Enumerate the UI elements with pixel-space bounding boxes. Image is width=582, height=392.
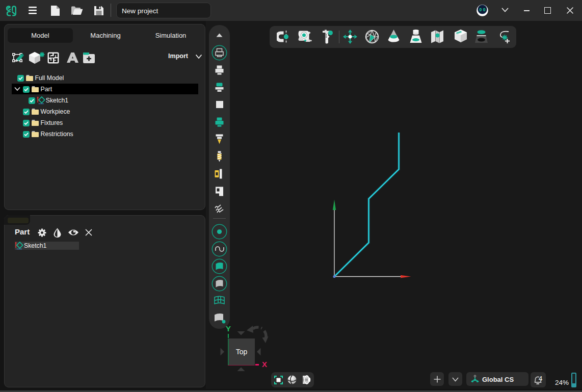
svg-text:0 0: 0 0	[480, 7, 486, 12]
svg-text:4: 4	[539, 375, 542, 382]
